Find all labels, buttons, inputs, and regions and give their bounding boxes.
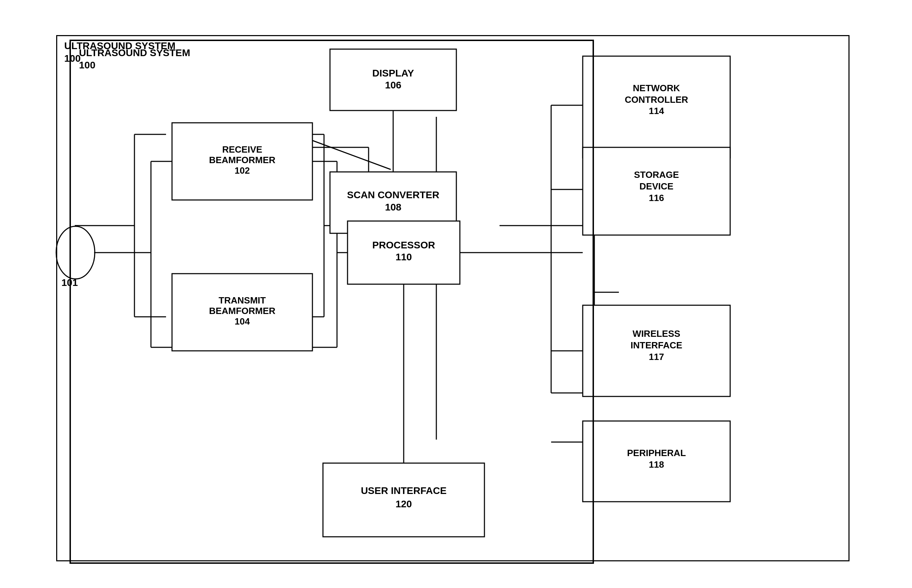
connection-lines — [57, 36, 849, 560]
svg-line-4 — [296, 134, 391, 170]
diagram: ULTRASOUND SYSTEM 100 — [14, 14, 899, 575]
system-label: ULTRASOUND SYSTEM 100 — [64, 40, 175, 65]
system-title: ULTRASOUND SYSTEM — [64, 40, 175, 51]
system-num: 100 — [64, 53, 81, 64]
ultrasound-system-box: ULTRASOUND SYSTEM 100 — [56, 35, 849, 561]
